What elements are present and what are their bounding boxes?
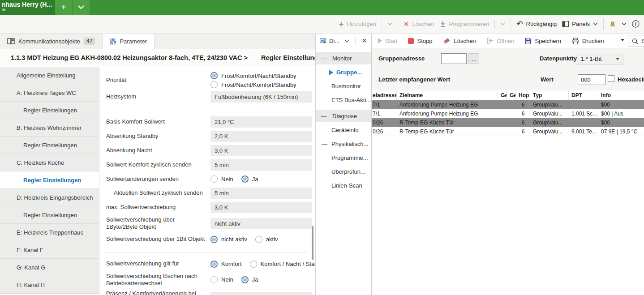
sidebar-item[interactable]: G: Kanal G bbox=[0, 259, 99, 276]
tree-item[interactable]: Geräteinfo bbox=[316, 124, 371, 136]
sidebar-item[interactable]: Allgemeine Einstellung bbox=[0, 67, 99, 84]
radio-option[interactable]: nicht aktiv bbox=[210, 236, 247, 243]
radio-option[interactable]: Komfort / Nacht / Stand bbox=[250, 261, 316, 268]
loeschen-button[interactable]: ✕ Löschen bbox=[404, 20, 434, 28]
radio-option[interactable]: Ja bbox=[241, 276, 258, 283]
tree-item[interactable]: Gruppe... bbox=[316, 66, 371, 78]
radio-button[interactable] bbox=[210, 276, 218, 283]
table-row[interactable]: 0/26R-Temp-EG Küche Tür6GroupValu...$00 bbox=[372, 118, 644, 127]
tab-list-dropdown[interactable] bbox=[73, 0, 90, 15]
hinzufuegen-dropdown[interactable] bbox=[387, 22, 392, 26]
radio-button[interactable] bbox=[250, 261, 257, 268]
datenpunkttyp-select[interactable]: 1.* 1-Bit bbox=[577, 53, 623, 64]
radio-option[interactable]: Frost/Nacht/Komfort/Standby bbox=[210, 81, 296, 88]
rueckgaengig-button[interactable]: ↶ Rückgängig bbox=[516, 20, 557, 28]
oeffnen-button[interactable]: Öffnen bbox=[487, 38, 515, 44]
new-tab-button[interactable]: + bbox=[55, 0, 73, 15]
loeschen-button[interactable]: Löschen bbox=[443, 38, 476, 44]
table-row[interactable]: 7/1Anforderung Pumpe Heizung EG6GroupVal… bbox=[372, 109, 644, 118]
radio-option[interactable]: Komfort bbox=[210, 261, 242, 268]
radio-button[interactable] bbox=[210, 236, 218, 243]
collapse-minus-icon[interactable]: — bbox=[321, 113, 326, 120]
tree-item[interactable]: Linien-Scan bbox=[316, 180, 371, 192]
sidebar-item[interactable]: H: Kanal H bbox=[0, 276, 99, 294]
radio-button[interactable] bbox=[210, 81, 218, 88]
param-input[interactable]: 3,0 K bbox=[210, 202, 312, 213]
radio-option[interactable]: Nein bbox=[210, 175, 233, 183]
tree-section-monitor[interactable]: —Monitor bbox=[316, 52, 371, 64]
parameter-form: PrioritätFrost/Komfort/Nacht/StandbyFros… bbox=[99, 67, 316, 295]
param-input[interactable]: 2,0 K bbox=[210, 131, 312, 142]
column-header[interactable]: DPT bbox=[569, 90, 598, 100]
param-select[interactable]: nicht aktiv bbox=[210, 218, 312, 229]
param-select[interactable]: 5 min bbox=[210, 159, 312, 171]
radio-button[interactable] bbox=[210, 261, 218, 268]
gruppenadresse-input[interactable] bbox=[441, 53, 467, 64]
param-select[interactable]: nicht aktiv bbox=[210, 292, 312, 295]
chevron-down-icon[interactable] bbox=[344, 39, 349, 43]
radio-option[interactable]: Nein bbox=[210, 276, 233, 283]
radio-button[interactable] bbox=[255, 236, 262, 243]
column-header[interactable]: Info bbox=[598, 90, 644, 100]
table-cell: 1.001 Sc... bbox=[569, 111, 598, 117]
column-header[interactable]: Ge bbox=[507, 90, 516, 100]
workspace-dropdown[interactable] bbox=[622, 22, 627, 26]
browse-button[interactable]: ... bbox=[468, 53, 479, 64]
tree-section-diagnose[interactable]: —Diagnose bbox=[316, 110, 371, 122]
radio-button[interactable] bbox=[210, 175, 218, 183]
sidebar-item[interactable]: E: Heizkreis Treppenhaus bbox=[0, 224, 99, 241]
hexadecimal-checkbox[interactable] bbox=[608, 75, 614, 82]
collapse-minus-icon[interactable]: — bbox=[321, 55, 326, 62]
programmieren-dropdown[interactable] bbox=[500, 22, 505, 26]
sidebar-item[interactable]: Regler Einstellungen bbox=[0, 137, 99, 154]
sidebar-item[interactable]: Regler Einstellungen bbox=[0, 102, 99, 119]
project-tab[interactable]: nhaus Herry (H... de bbox=[0, 0, 55, 15]
tree-item[interactable]: —Physikalisch... bbox=[316, 138, 371, 150]
radio-option[interactable]: aktiv bbox=[255, 236, 278, 243]
sidebar-item[interactable]: Regler Einstellungen bbox=[0, 206, 99, 224]
param-input[interactable]: 21,0 °C bbox=[210, 116, 312, 128]
wert-input[interactable]: 000 bbox=[578, 74, 605, 85]
tree-item[interactable]: Busmonitor bbox=[316, 80, 371, 92]
radio-button[interactable] bbox=[241, 175, 249, 183]
param-input[interactable]: 3,0 K bbox=[210, 145, 312, 156]
tab-kommunikationsobjekte[interactable]: Kommunikationsobjekte 47 bbox=[0, 34, 102, 49]
table-row[interactable]: 7/1Anforderung Pumpe Heizung EG6GroupVal… bbox=[372, 100, 644, 109]
panels-button[interactable]: Panels bbox=[562, 21, 598, 27]
table-row[interactable]: 0/26R-Temp-EG Küche Tür6GroupValu...9.00… bbox=[372, 127, 644, 136]
drucken-button[interactable]: Drucken bbox=[572, 38, 604, 44]
radio-option[interactable]: Ja bbox=[241, 175, 258, 183]
radio-option[interactable]: Frost/Komfort/Nacht/Standby bbox=[210, 72, 296, 79]
param-select[interactable]: 5 min bbox=[210, 188, 312, 199]
hinzufuegen-button[interactable]: + Hinzufügen bbox=[339, 20, 376, 28]
stopp-button[interactable]: Stopp bbox=[408, 38, 432, 44]
radio-button[interactable] bbox=[241, 276, 249, 283]
tab-parameter[interactable]: Parameter bbox=[102, 34, 155, 49]
workspace-button[interactable] bbox=[609, 21, 616, 27]
sidebar-item[interactable]: F: Kanal F bbox=[0, 241, 99, 259]
radio-button[interactable] bbox=[210, 72, 218, 79]
tree-item[interactable]: Programmie... bbox=[316, 152, 371, 164]
info-button[interactable] bbox=[632, 20, 640, 28]
column-header[interactable]: eladresse bbox=[372, 90, 397, 100]
drucken-label: Drucken bbox=[582, 38, 604, 44]
search-input[interactable]: Suc bbox=[628, 35, 644, 47]
tree-item[interactable]: Überprüfun... bbox=[316, 166, 371, 178]
sidebar-item[interactable]: C: Heizkeis Küche bbox=[0, 154, 99, 171]
vertical-scrollbar[interactable] bbox=[312, 226, 313, 260]
speichern-button[interactable]: Speichern bbox=[525, 38, 561, 44]
dropdown-caret[interactable] bbox=[621, 39, 624, 41]
column-header[interactable]: Zielname bbox=[397, 90, 498, 100]
start-button[interactable]: Start bbox=[378, 38, 397, 44]
tree-item[interactable]: ETS Bus-Akti... bbox=[316, 94, 371, 106]
sidebar-item[interactable]: D: Heizkreis Eingangsbereich bbox=[0, 189, 99, 206]
sidebar-item[interactable]: B: Heizkeis Wohnzimmer bbox=[0, 119, 99, 137]
column-header[interactable]: Geb bbox=[498, 90, 507, 100]
sidebar-item[interactable]: A: Heizkreis Tages WC bbox=[0, 84, 99, 102]
column-header[interactable]: Typ bbox=[530, 90, 569, 100]
param-select[interactable]: Fußbodenheizung (6K / 150min) bbox=[210, 91, 312, 103]
column-header[interactable]: Hop bbox=[516, 90, 530, 100]
programmieren-button[interactable]: Programmieren bbox=[440, 21, 489, 27]
close-icon[interactable]: ✕ bbox=[361, 37, 367, 45]
sidebar-item[interactable]: Regler Einstellungen bbox=[0, 171, 99, 189]
